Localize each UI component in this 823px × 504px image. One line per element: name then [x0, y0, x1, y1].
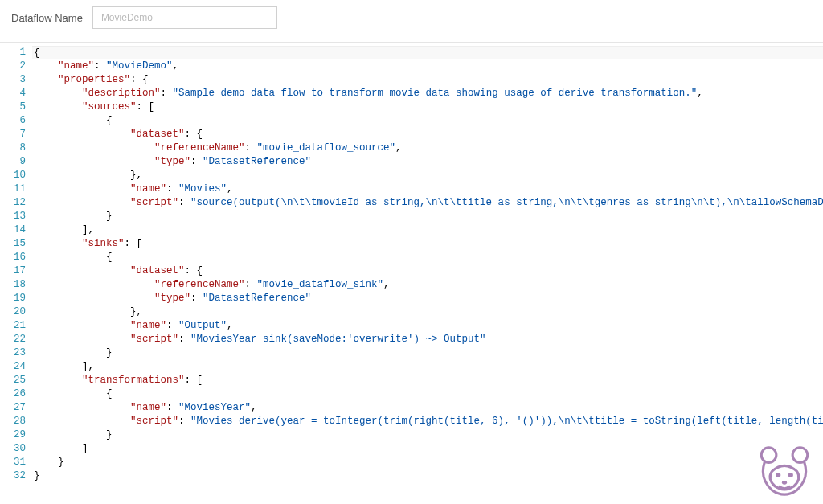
code-line[interactable]: }, — [32, 305, 823, 319]
line-number: 9 — [3, 155, 26, 169]
code-line[interactable]: "type": "DatasetReference" — [32, 292, 823, 305]
line-number-gutter: 1234567891011121314151617181920212223242… — [0, 43, 32, 504]
code-line[interactable]: "script": "MoviesYear sink(saveMode:'ove… — [32, 333, 823, 346]
dataflow-name-input[interactable] — [92, 6, 277, 29]
line-number: 18 — [3, 278, 26, 292]
svg-point-2 — [776, 473, 780, 477]
line-number: 27 — [3, 401, 26, 415]
code-line[interactable]: } — [32, 469, 823, 483]
line-number: 8 — [3, 141, 26, 155]
code-line[interactable]: "script": "source(output(\n\t\tmovieId a… — [32, 196, 823, 210]
code-line[interactable]: "transformations": [ — [32, 374, 823, 387]
line-number: 30 — [3, 442, 26, 456]
header: Dataflow Name — [0, 0, 823, 42]
code-line[interactable]: "referenceName": "movie_dataflow_sink", — [32, 278, 823, 292]
line-number: 26 — [3, 387, 26, 401]
code-line[interactable]: "name": "Output", — [32, 319, 823, 333]
dataflow-name-label: Dataflow Name — [11, 12, 83, 24]
code-line[interactable]: "name": "MoviesYear", — [32, 401, 823, 415]
svg-point-0 — [761, 448, 776, 463]
code-line[interactable]: { — [32, 46, 823, 59]
line-number: 5 — [3, 100, 26, 114]
svg-point-4 — [782, 481, 787, 485]
monkey-logo-icon — [752, 441, 817, 498]
line-number: 22 — [3, 333, 26, 346]
code-line[interactable]: }, — [32, 169, 823, 182]
line-number: 28 — [3, 415, 26, 428]
code-line[interactable]: "dataset": { — [32, 264, 823, 278]
line-number: 17 — [3, 264, 26, 278]
line-number: 29 — [3, 428, 26, 442]
code-line[interactable]: "type": "DatasetReference" — [32, 155, 823, 169]
line-number: 10 — [3, 169, 26, 182]
line-number: 24 — [3, 360, 26, 374]
line-number: 3 — [3, 73, 26, 87]
json-editor[interactable]: 1234567891011121314151617181920212223242… — [0, 42, 823, 504]
svg-point-3 — [788, 473, 793, 477]
code-line[interactable]: ], — [32, 223, 823, 237]
line-number: 23 — [3, 346, 26, 360]
code-line[interactable]: "name": "MovieDemo", — [32, 59, 823, 73]
code-line[interactable]: } — [32, 346, 823, 360]
line-number: 4 — [3, 87, 26, 100]
code-line[interactable]: ], — [32, 360, 823, 374]
line-number: 25 — [3, 374, 26, 387]
line-number: 1 — [3, 46, 26, 59]
line-number: 21 — [3, 319, 26, 333]
code-line[interactable]: } — [32, 210, 823, 223]
line-number: 20 — [3, 305, 26, 319]
code-line[interactable]: { — [32, 387, 823, 401]
line-number: 6 — [3, 114, 26, 128]
code-line[interactable]: "sources": [ — [32, 100, 823, 114]
code-line[interactable]: "referenceName": "movie_dataflow_source"… — [32, 141, 823, 155]
code-line[interactable]: ] — [32, 442, 823, 456]
line-number: 7 — [3, 128, 26, 141]
code-line[interactable]: } — [32, 428, 823, 442]
line-number: 12 — [3, 196, 26, 210]
code-line[interactable]: "description": "Sample demo data flow to… — [32, 87, 823, 100]
line-number: 15 — [3, 237, 26, 251]
code-line[interactable]: "sinks": [ — [32, 237, 823, 251]
line-number: 16 — [3, 251, 26, 264]
code-line[interactable]: "name": "Movies", — [32, 182, 823, 196]
code-line[interactable]: "script": "Movies derive(year = toIntege… — [32, 415, 823, 428]
line-number: 14 — [3, 223, 26, 237]
code-line[interactable]: { — [32, 251, 823, 264]
code-line[interactable]: { — [32, 114, 823, 128]
svg-point-1 — [792, 448, 808, 463]
line-number: 13 — [3, 210, 26, 223]
code-area[interactable]: { "name": "MovieDemo", "properties": { "… — [32, 43, 823, 504]
code-line[interactable]: "properties": { — [32, 73, 823, 87]
code-line[interactable]: } — [32, 456, 823, 469]
line-number: 11 — [3, 182, 26, 196]
line-number: 31 — [3, 456, 26, 469]
line-number: 19 — [3, 292, 26, 305]
code-line[interactable]: "dataset": { — [32, 128, 823, 141]
line-number: 2 — [3, 59, 26, 73]
line-number: 32 — [3, 469, 26, 483]
